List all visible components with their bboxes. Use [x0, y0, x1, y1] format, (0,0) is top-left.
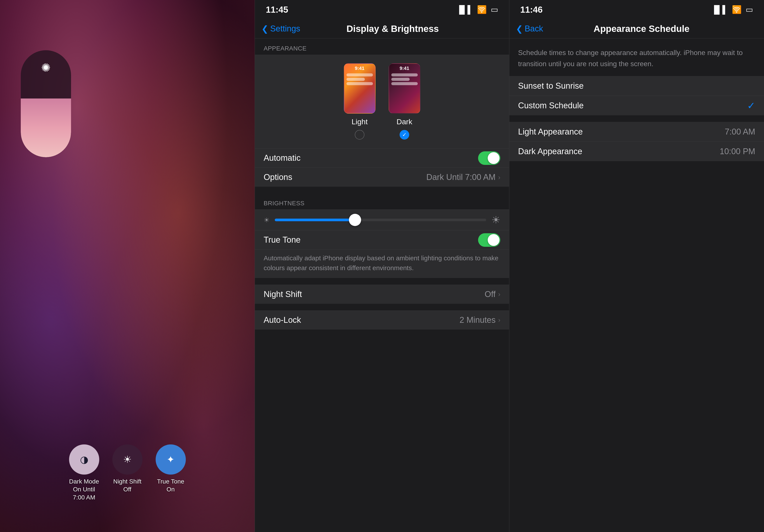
brightness-row: ☀ ☀	[255, 209, 509, 230]
true-tone-button[interactable]: ✦	[156, 445, 186, 474]
automatic-row: Automatic	[255, 148, 509, 168]
page-title: Display & Brightness	[300, 24, 485, 34]
options-label: Options	[264, 173, 426, 182]
auto-lock-group: Auto-Lock 2 Minutes ›	[255, 310, 509, 330]
schedule-status-icons: ▐▌▌ 🛜 ▭	[711, 5, 753, 14]
battery-icon: ▭	[491, 5, 498, 14]
signal-icon: ▐▌▌	[456, 5, 473, 14]
brightness-fill	[275, 218, 355, 221]
brightness-high-icon: ☀	[491, 214, 500, 226]
battery-icon: ▭	[746, 5, 753, 14]
back-label: Settings	[270, 24, 300, 33]
night-shift-group: ☀ Night ShiftOff	[112, 445, 142, 501]
auto-lock-label: Auto-Lock	[264, 315, 460, 325]
brightness-slider[interactable]: ✺	[21, 50, 71, 157]
brightness-group: ☀ ☀ True Tone Automatically adapt iPhone…	[255, 209, 509, 278]
dark-mode-label: Dark ModeOn Until7:00 AM	[69, 477, 99, 501]
schedule-options-group: Sunset to Sunrise Custom Schedule ✓	[509, 76, 764, 115]
control-center-panel: ✺ ◑ Dark ModeOn Until7:00 AM ☀ Night Shi…	[0, 0, 255, 532]
light-option[interactable]: 9:41 Light	[344, 63, 376, 140]
options-row[interactable]: Options Dark Until 7:00 AM ›	[255, 168, 509, 187]
sunset-sunrise-row[interactable]: Sunset to Sunrise	[509, 76, 764, 96]
night-shift-value: Off	[484, 290, 495, 299]
night-shift-label: Night Shift	[264, 290, 484, 299]
schedule-status-time: 11:46	[520, 5, 543, 15]
appearance-schedule-panel: 11:46 ▐▌▌ 🛜 ▭ ❮ Back Appearance Schedule…	[509, 0, 764, 532]
auto-lock-row[interactable]: Auto-Lock 2 Minutes ›	[255, 310, 509, 330]
dark-preview: 9:41	[389, 63, 420, 114]
settings-scroll: APPEARANCE 9:41 Light	[255, 39, 509, 532]
true-tone-row: True Tone	[255, 230, 509, 249]
true-tone-label: True ToneOn	[157, 477, 184, 493]
back-chevron-icon: ❮	[262, 24, 269, 34]
display-brightness-panel: 11:45 ▐▌▌ 🛜 ▭ ❮ Settings Display & Brigh…	[255, 0, 509, 532]
dark-appearance-row[interactable]: Dark Appearance 10:00 PM	[509, 142, 764, 161]
sunset-sunrise-label: Sunset to Sunrise	[518, 81, 755, 91]
brightness-track[interactable]	[275, 218, 486, 221]
back-button[interactable]: ❮ Settings	[262, 24, 300, 34]
brightness-thumb	[349, 214, 361, 226]
check-icon: ✓	[402, 132, 407, 138]
custom-schedule-label: Custom Schedule	[518, 101, 747, 110]
dark-mode-group: ◑ Dark ModeOn Until7:00 AM	[69, 445, 99, 501]
dark-option[interactable]: 9:41 Dark ✓	[389, 63, 420, 140]
dark-appearance-label: Dark Appearance	[518, 147, 720, 156]
true-tone-label: True Tone	[264, 235, 478, 245]
dark-label: Dark	[397, 117, 412, 126]
toggle-knob	[488, 152, 499, 164]
automatic-label: Automatic	[264, 153, 478, 163]
light-appearance-row[interactable]: Light Appearance 7:00 AM	[509, 122, 764, 142]
status-icons: ▐▌▌ 🛜 ▭	[456, 5, 498, 14]
schedule-times-group: Light Appearance 7:00 AM Dark Appearance…	[509, 122, 764, 161]
true-tone-group: ✦ True ToneOn	[156, 445, 186, 501]
dark-mode-button[interactable]: ◑	[69, 445, 99, 474]
appearance-section-header: APPEARANCE	[255, 39, 509, 55]
brightness-low-icon: ☀	[264, 216, 270, 224]
back-label: Back	[525, 24, 543, 33]
brightness-fill	[21, 98, 71, 158]
chevron-icon: ›	[498, 291, 500, 298]
chevron-icon: ›	[498, 316, 500, 324]
back-button[interactable]: ❮ Back	[516, 24, 543, 34]
back-chevron-icon: ❮	[516, 24, 523, 34]
nav-bar: ❮ Settings Display & Brightness	[255, 19, 509, 39]
auto-lock-value: 2 Minutes	[460, 315, 495, 325]
automatic-toggle[interactable]	[478, 151, 500, 165]
schedule-status-bar: 11:46 ▐▌▌ 🛜 ▭	[509, 0, 764, 19]
night-shift-label: Night ShiftOff	[113, 477, 141, 493]
dark-appearance-value: 10:00 PM	[720, 147, 755, 156]
light-radio[interactable]	[355, 130, 364, 140]
wifi-icon: 🛜	[477, 5, 487, 14]
night-shift-row[interactable]: Night Shift Off ›	[255, 285, 509, 304]
options-value: Dark Until 7:00 AM	[426, 173, 495, 182]
signal-icon: ▐▌▌	[711, 5, 728, 14]
light-label: Light	[351, 117, 368, 126]
appearance-group: 9:41 Light 9:41	[255, 55, 509, 187]
wifi-icon: 🛜	[732, 5, 742, 14]
custom-checkmark-icon: ✓	[747, 100, 755, 111]
cc-bottom-buttons: ◑ Dark ModeOn Until7:00 AM ☀ Night Shift…	[0, 445, 255, 501]
light-preview: 9:41	[344, 63, 376, 114]
appearance-selector: 9:41 Light 9:41	[255, 55, 509, 148]
schedule-nav-bar: ❮ Back Appearance Schedule	[509, 19, 764, 39]
night-shift-button[interactable]: ☀	[112, 445, 142, 474]
light-appearance-value: 7:00 AM	[725, 127, 755, 137]
chevron-icon: ›	[498, 174, 500, 181]
sun-icon: ✺	[41, 61, 51, 74]
custom-schedule-row[interactable]: Custom Schedule ✓	[509, 96, 764, 115]
schedule-description: Schedule times to change appearance auto…	[509, 39, 764, 76]
status-time: 11:45	[266, 5, 288, 15]
brightness-section-header: BRIGHTNESS	[255, 193, 509, 209]
schedule-page-title: Appearance Schedule	[543, 24, 740, 34]
dark-radio[interactable]: ✓	[400, 130, 409, 140]
light-appearance-label: Light Appearance	[518, 127, 725, 137]
status-bar: 11:45 ▐▌▌ 🛜 ▭	[255, 0, 509, 19]
true-tone-toggle[interactable]	[478, 233, 500, 247]
true-tone-description: Automatically adapt iPhone display based…	[255, 249, 509, 278]
night-shift-group: Night Shift Off ›	[255, 285, 509, 304]
true-tone-knob	[488, 234, 499, 246]
